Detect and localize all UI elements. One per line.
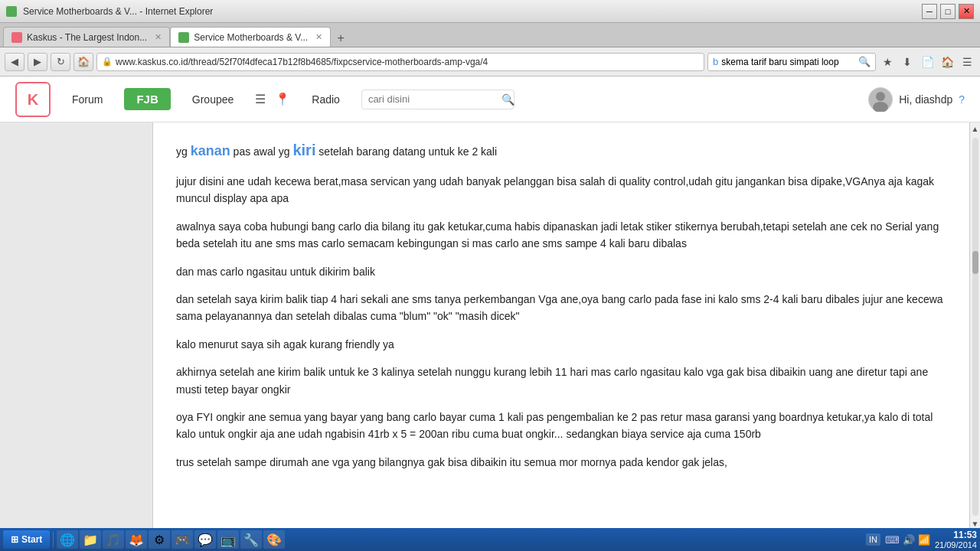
kaskus-logo[interactable]: K xyxy=(15,82,51,117)
post-paragraph-4: dan mas carlo ngasitau untuk dikirim bal… xyxy=(176,263,946,280)
toolbar-icons: ★ ⬇ 📄 🏠 ☰ xyxy=(879,54,975,70)
taskbar-ie-icon[interactable]: 🌐 xyxy=(57,530,78,549)
taskbar-terminal-icon[interactable]: 📺 xyxy=(217,530,239,549)
kaskus-search-bar[interactable]: 🔍 xyxy=(361,90,514,109)
post-p1-word2: kiri xyxy=(292,142,315,158)
post-p1-suffix: setelah barang datang untuk ke 2 kali xyxy=(315,145,497,158)
right-sidebar: ▲ ▼ xyxy=(969,122,980,528)
window-title: Service Motherboards & V... - Internet E… xyxy=(23,6,213,17)
post-p1-middle: pas awal yg xyxy=(230,145,293,158)
refresh-button[interactable]: ↻ xyxy=(51,53,70,71)
window-favicon xyxy=(6,6,17,17)
volume-icon: 🔊 xyxy=(903,534,915,546)
taskbar-folder-icon[interactable]: 📁 xyxy=(80,530,101,549)
start-label: Start xyxy=(21,534,42,545)
tab-service[interactable]: Service Motherboards & V... ✕ xyxy=(170,27,331,47)
post-paragraph-8: oya FYI ongkir ane semua yang bayar yang… xyxy=(176,409,946,443)
post-body: yg kanan pas awal yg kiri setelah barang… xyxy=(153,122,969,497)
tab-bar: Kaskus - The Largest Indon... ✕ Service … xyxy=(0,23,980,47)
kaskus-search-icon[interactable]: 🔍 xyxy=(501,93,514,106)
scroll-thumb xyxy=(972,251,978,274)
nav-radio[interactable]: Radio xyxy=(305,90,346,109)
browser-search-input[interactable] xyxy=(721,57,855,67)
address-bar: ◀ ▶ ↻ 🏠 🔒 www.kaskus.co.id/thread/52f70f… xyxy=(0,47,980,77)
clock-time: 11:53 xyxy=(935,530,977,540)
tab-label-kaskus: Kaskus - The Largest Indon... xyxy=(27,32,147,43)
main-content: yg kanan pas awal yg kiri setelah barang… xyxy=(153,122,969,528)
keyboard-icon: ⌨ xyxy=(885,534,900,546)
taskbar-chat-icon[interactable]: 💬 xyxy=(194,530,216,549)
nav-user-area: Hi, diashdp ? xyxy=(868,87,965,112)
url-text: www.kaskus.co.id/thread/52f70f4dfeca17b1… xyxy=(116,57,699,67)
favorites-icon[interactable]: ★ xyxy=(879,54,896,70)
post-paragraph-2: jujur disini ane udah kecewa berat,masa … xyxy=(176,173,946,207)
home-button[interactable]: 🏠 xyxy=(74,53,93,71)
taskbar-settings-icon[interactable]: ⚙ xyxy=(149,530,170,549)
user-avatar[interactable] xyxy=(868,87,893,112)
nav-icons: ☰ 📍 xyxy=(255,92,290,106)
post-paragraph-1: yg kanan pas awal yg kiri setelah barang… xyxy=(176,138,946,162)
post-paragraph-5: dan setelah saya kirim balik tiap 4 hari… xyxy=(176,291,946,325)
close-button[interactable]: ✕ xyxy=(959,4,974,19)
browser-search-submit[interactable]: 🔍 xyxy=(858,56,871,67)
url-bar[interactable]: 🔒 www.kaskus.co.id/thread/52f70f4dfeca17… xyxy=(96,53,704,71)
nav-fjb[interactable]: FJB xyxy=(124,88,170,110)
url-lock-icon: 🔒 xyxy=(102,57,113,67)
svg-point-3 xyxy=(876,92,885,101)
taskbar-media-icon[interactable]: 🎵 xyxy=(103,530,124,549)
maximize-button[interactable]: □ xyxy=(940,4,956,19)
nav-groupee[interactable]: Groupee xyxy=(186,90,240,109)
scroll-track[interactable] xyxy=(972,138,978,516)
post-paragraph-6: kalo menurut saya sih agak kurang friend… xyxy=(176,336,946,353)
window-chrome: Service Motherboards & V... - Internet E… xyxy=(0,0,980,23)
taskbar-right: IN ⌨ 🔊 📶 11:53 21/09/2014 xyxy=(866,530,977,549)
post-paragraph-3: awalnya saya coba hubungi bang carlo dia… xyxy=(176,218,946,253)
location-icon[interactable]: 📍 xyxy=(275,92,290,106)
taskbar-separator-1 xyxy=(53,532,54,547)
back-button[interactable]: ◀ xyxy=(5,53,24,71)
browser-search-bar[interactable]: b 🔍 xyxy=(707,53,876,71)
post-p1-prefix: yg xyxy=(176,145,191,158)
kaskus-search-input[interactable] xyxy=(368,93,497,105)
home-icon2[interactable]: 🏠 xyxy=(939,54,956,70)
reader-icon[interactable]: 📄 xyxy=(919,54,936,70)
svg-text:K: K xyxy=(28,91,39,108)
window-controls: ─ □ ✕ xyxy=(922,4,974,19)
taskbar-tool-icon[interactable]: 🔧 xyxy=(240,530,262,549)
content-wrapper: yg kanan pas awal yg kiri setelah barang… xyxy=(0,122,980,528)
taskbar-lang[interactable]: IN xyxy=(866,533,880,546)
post-p1-word1: kanan xyxy=(191,143,230,158)
tab-favicon-kaskus xyxy=(11,32,22,43)
bing-icon: b xyxy=(713,56,718,67)
left-sidebar xyxy=(0,122,153,528)
help-icon[interactable]: ? xyxy=(959,93,965,106)
kaskus-nav: K Forum FJB Groupee ☰ 📍 Radio 🔍 Hi, dias… xyxy=(0,77,980,122)
list-icon[interactable]: ☰ xyxy=(255,92,266,106)
tab-favicon-service xyxy=(178,32,189,43)
taskbar-clock[interactable]: 11:53 21/09/2014 xyxy=(935,530,977,549)
network-icon: 📶 xyxy=(918,534,930,546)
scroll-down-arrow[interactable]: ▼ xyxy=(972,520,979,528)
new-tab-button[interactable]: + xyxy=(331,30,351,47)
post-paragraph-9: trus setelah sampe dirumah ane vga yang … xyxy=(176,454,946,471)
post-paragraph-7: akhirnya setelah ane kirim balik untuk k… xyxy=(176,364,946,398)
nav-forum[interactable]: Forum xyxy=(66,90,109,109)
tab-kaskus[interactable]: Kaskus - The Largest Indon... ✕ xyxy=(3,27,170,47)
start-button[interactable]: ⊞ Start xyxy=(3,530,50,549)
download-icon[interactable]: ⬇ xyxy=(899,54,916,70)
windows-icon: ⊞ xyxy=(11,534,18,545)
tab-close-service[interactable]: ✕ xyxy=(315,32,322,42)
username-label: Hi, diashdp xyxy=(899,93,952,106)
taskbar-paint-icon[interactable]: 🎨 xyxy=(263,530,285,549)
sys-tray-icons: ⌨ 🔊 📶 xyxy=(885,534,930,546)
scroll-up-arrow[interactable]: ▲ xyxy=(972,126,979,133)
tab-close-kaskus[interactable]: ✕ xyxy=(155,32,162,42)
taskbar: ⊞ Start 🌐 📁 🎵 🦊 ⚙ 🎮 💬 📺 🔧 🎨 IN ⌨ 🔊 📶 11:… xyxy=(0,528,980,551)
taskbar-firefox-icon[interactable]: 🦊 xyxy=(126,530,147,549)
taskbar-steam-icon[interactable]: 🎮 xyxy=(172,530,193,549)
forward-button[interactable]: ▶ xyxy=(28,53,47,71)
menu-icon[interactable]: ☰ xyxy=(959,54,975,70)
clock-date: 21/09/2014 xyxy=(935,540,977,549)
minimize-button[interactable]: ─ xyxy=(922,4,937,19)
tab-label-service: Service Motherboards & V... xyxy=(194,32,308,43)
